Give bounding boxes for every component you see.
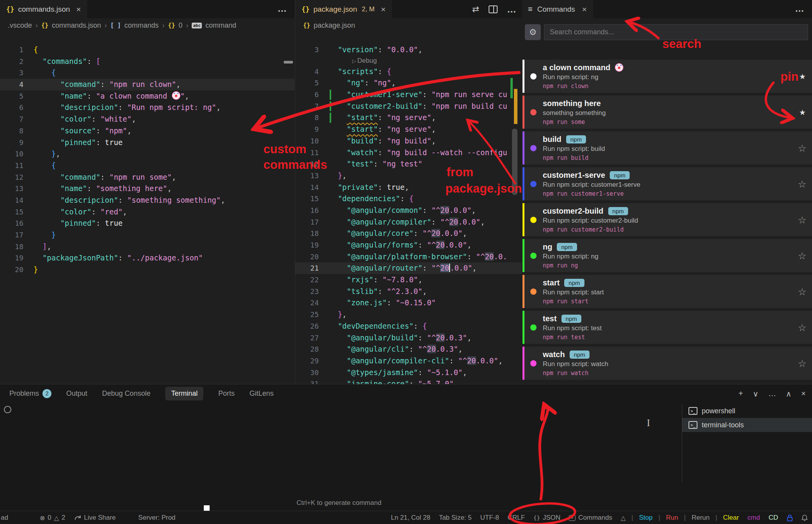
live-share-status[interactable]: Live Share xyxy=(70,511,120,524)
maximize-panel-icon[interactable]: ∧ xyxy=(786,389,792,398)
command-card[interactable]: customer1-servenpmRun npm script: custom… xyxy=(523,167,812,200)
pin-star-icon[interactable]: ☆ xyxy=(798,250,807,261)
status-eol[interactable]: CRLF xyxy=(503,511,529,524)
command-script: npm run customer2-build xyxy=(543,226,812,233)
status-clear[interactable]: Clear xyxy=(719,511,743,524)
new-terminal-icon[interactable]: + xyxy=(738,389,743,398)
panel-tab-gitlens[interactable]: GitLens xyxy=(249,389,274,398)
launch-profile-chevron-icon[interactable]: ∨ xyxy=(753,389,759,398)
split-editor-icon[interactable] xyxy=(489,5,498,13)
line-number: 3 xyxy=(295,44,329,56)
close-icon[interactable]: × xyxy=(381,5,386,14)
line-number: 9 xyxy=(295,124,329,135)
status-commands-status[interactable]: >Commands xyxy=(565,511,616,524)
status-lock[interactable] xyxy=(782,511,797,524)
clown-emoji xyxy=(615,63,623,72)
status-tab-size[interactable]: Tab Size: 5 xyxy=(434,511,476,524)
more-actions-icon[interactable]: … xyxy=(768,389,776,398)
line-number: 11 xyxy=(295,147,329,159)
more-actions-icon[interactable]: … xyxy=(277,3,288,14)
command-card[interactable]: customer2-buildnpmRun npm script: custom… xyxy=(523,203,812,236)
command-card[interactable]: ngnpmRun npm script: ngnpm run ng☆ xyxy=(523,239,812,272)
breadcrumb-item[interactable]: commands.json xyxy=(52,21,101,30)
scrollbar-thumb[interactable] xyxy=(512,129,517,195)
separator: | xyxy=(630,514,635,522)
commands-json-editor[interactable]: 1{2 "commands": [3 {4 "command": "npm ru… xyxy=(0,32,295,384)
close-icon[interactable]: × xyxy=(582,5,587,14)
panel-tab-terminal[interactable]: Terminal xyxy=(165,387,203,400)
status-run[interactable]: Run xyxy=(662,511,682,524)
breadcrumb-item[interactable]: .vscode xyxy=(8,21,32,30)
package-json-editor[interactable]: 3 "version": "0.0.0",▷Debug4 "scripts": … xyxy=(295,32,522,384)
pin-star-icon[interactable]: ☆ xyxy=(798,322,807,333)
breadcrumb-item[interactable]: commands xyxy=(124,21,159,30)
tab-package-json[interactable]: {} package.json 2, M × xyxy=(295,0,392,18)
error-count: 0 xyxy=(48,514,51,522)
command-description: Run npm script: start xyxy=(543,289,812,296)
separator: | xyxy=(657,514,662,522)
breadcrumb-item[interactable]: 0 xyxy=(178,21,182,30)
command-description: Run npm script: build xyxy=(543,145,812,153)
gear-icon[interactable]: ⚙ xyxy=(525,24,541,40)
command-title: something here xyxy=(543,99,601,108)
pin-star-icon[interactable]: ☆ xyxy=(798,178,807,189)
status-cursor-position[interactable]: Ln 21, Col 28 xyxy=(387,511,434,524)
codelens-label: Debug xyxy=(357,57,377,64)
command-script: npm run watch xyxy=(543,370,812,377)
panel-tab-output[interactable]: Output xyxy=(66,389,87,398)
close-panel-icon[interactable]: × xyxy=(801,389,806,398)
status-label: Run xyxy=(666,514,678,522)
status-encoding[interactable]: UTF-8 xyxy=(476,511,503,524)
pin-star-icon[interactable]: ☆ xyxy=(798,358,807,369)
status-label: JSON xyxy=(543,514,560,522)
compare-changes-icon[interactable]: ⇄ xyxy=(472,4,479,14)
status-cd[interactable]: CD xyxy=(764,511,782,524)
command-card[interactable]: buildnpmRun npm script: buildnpm run bui… xyxy=(523,131,812,165)
code-line: 3 "version": "0.0.0", xyxy=(295,44,522,56)
breadcrumb-item[interactable]: command xyxy=(205,21,236,30)
bottom-panel: Problems2OutputDebug ConsoleTerminalPort… xyxy=(0,384,812,511)
terminal-instance-powershell[interactable]: >_powershell xyxy=(682,404,812,418)
command-color-dot xyxy=(530,181,537,187)
server-status[interactable]: Server: Prod xyxy=(134,511,180,524)
status-label: Clear xyxy=(723,514,739,522)
panel-tab-ports[interactable]: Ports xyxy=(218,389,235,398)
command-color-dot xyxy=(530,324,537,331)
command-card[interactable]: watchnpmRun npm script: watchnpm run wat… xyxy=(523,347,812,380)
codelens-debug[interactable]: ▷Debug xyxy=(352,56,522,66)
command-card[interactable]: a clown commandRun npm script: ngnpm run… xyxy=(523,60,812,93)
status-language-mode[interactable]: {}JSON xyxy=(529,511,565,524)
status-cmd[interactable]: cmd xyxy=(743,511,764,524)
status-rerun[interactable]: Rerun xyxy=(687,511,714,524)
terminal-instance-terminal-tools[interactable]: >_terminal-tools xyxy=(682,418,812,432)
tab-commands[interactable]: ≡ Commands × xyxy=(522,0,593,18)
panel-tab-problems[interactable]: Problems2 xyxy=(9,389,51,398)
command-card[interactable]: testnpmRun npm script: testnpm run test☆ xyxy=(523,311,812,344)
line-number: 7 xyxy=(295,101,329,112)
command-card[interactable]: something heresomething somethingnpm run… xyxy=(523,96,812,129)
tab-commands-json[interactable]: {} commands.json × xyxy=(0,0,87,18)
more-actions-icon[interactable]: … xyxy=(507,4,517,15)
pin-star-icon[interactable]: ★ xyxy=(799,72,806,81)
status-label: CRLF xyxy=(508,514,525,522)
terminal-icon: >_ xyxy=(688,421,697,429)
command-card[interactable]: startnpmRun npm script: startnpm run sta… xyxy=(523,275,812,308)
search-input[interactable] xyxy=(544,24,808,40)
status-stop[interactable]: Stop xyxy=(635,511,657,524)
close-icon[interactable]: × xyxy=(76,5,81,14)
problems-status[interactable]: ⊗0△2 xyxy=(35,511,70,524)
status-warning-indicator[interactable]: △ xyxy=(616,511,630,524)
breadcrumb-item[interactable]: package.json xyxy=(314,21,355,30)
line-number: 22 xyxy=(295,274,329,286)
pin-star-icon[interactable]: ★ xyxy=(799,108,806,117)
code-line: 13 "name": "something here", xyxy=(0,183,295,195)
more-actions-icon[interactable]: … xyxy=(795,3,805,14)
pin-star-icon[interactable]: ☆ xyxy=(798,214,807,225)
code-line: 4 "scripts": { xyxy=(295,66,522,78)
command-color-dot xyxy=(530,73,537,80)
pin-star-icon[interactable]: ☆ xyxy=(798,286,807,297)
command-script: npm run some xyxy=(543,119,812,126)
pin-star-icon[interactable]: ☆ xyxy=(798,142,807,154)
status-bell[interactable] xyxy=(797,511,812,524)
panel-tab-debug-console[interactable]: Debug Console xyxy=(102,389,150,398)
